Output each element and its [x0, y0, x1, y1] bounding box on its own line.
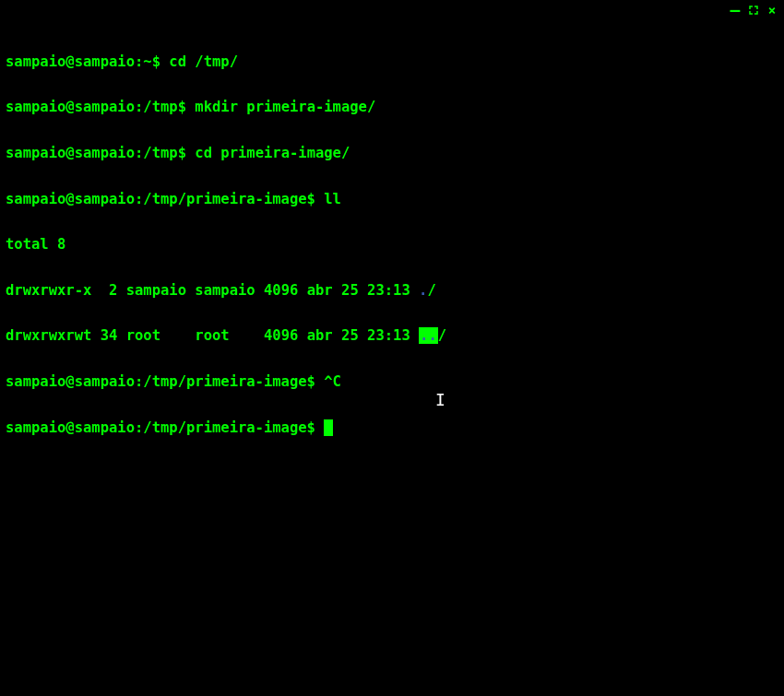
owner: sampaio	[126, 282, 186, 299]
dir-suffix: /	[427, 282, 435, 299]
prompt: sampaio@sampaio:/tmp$	[6, 145, 195, 161]
command: mkdir primeira-image/	[195, 99, 375, 115]
group: sampaio	[195, 282, 255, 299]
day: 25	[341, 327, 359, 344]
perms: drwxrwxrwt	[6, 327, 91, 344]
history-line-2: sampaio@sampaio:/tmp$ cd primeira-image/	[6, 142, 778, 165]
interrupt-line: sampaio@sampaio:/tmp/primeira-image$ ^C	[6, 371, 778, 394]
text-cursor-ibeam-icon: I	[435, 387, 445, 414]
group: root	[195, 327, 255, 344]
command: cd primeira-image/	[195, 145, 350, 161]
window-controls: — ×	[729, 4, 778, 17]
history-line-0: sampaio@sampaio:~$ cd /tmp/	[6, 51, 778, 74]
maximize-icon[interactable]	[747, 4, 760, 17]
dir-suffix: /	[438, 327, 446, 344]
perms: drwxrwxr-x	[6, 282, 91, 299]
prompt: sampaio@sampaio:/tmp/primeira-image$	[6, 373, 324, 390]
links: 34	[101, 327, 118, 344]
month: abr	[307, 327, 333, 344]
command: cd /tmp/	[169, 53, 238, 70]
ls-row-0: drwxrwxr-x 2 sampaio sampaio 4096 abr 25…	[6, 279, 778, 302]
size: 4096	[264, 327, 298, 344]
command: ll	[324, 191, 341, 207]
time: 23:13	[367, 327, 410, 344]
dir-name-highlight: ..	[419, 327, 438, 344]
prompt: sampaio@sampaio:/tmp$	[6, 99, 195, 115]
cursor-icon	[324, 419, 333, 436]
time: 23:13	[367, 282, 410, 299]
day: 25	[341, 282, 359, 299]
close-icon[interactable]: ×	[766, 4, 778, 17]
ls-row-1: drwxrwxrwt 34 root root 4096 abr 25 23:1…	[6, 324, 778, 348]
prompt: sampaio@sampaio:/tmp/primeira-image$	[6, 419, 324, 436]
total-line: total 8	[6, 233, 778, 256]
terminal-area[interactable]: sampaio@sampaio:~$ cd /tmp/ sampaio@samp…	[0, 0, 784, 467]
month: abr	[307, 282, 333, 299]
size: 4096	[264, 282, 298, 299]
interrupt-text: ^C	[324, 373, 341, 390]
maximize-svg	[749, 6, 758, 15]
prompt: sampaio@sampaio:~$	[6, 53, 169, 70]
prompt: sampaio@sampaio:/tmp/primeira-image$	[6, 191, 324, 207]
minimize-icon[interactable]: —	[729, 4, 742, 17]
owner: root	[126, 327, 186, 344]
history-line-1: sampaio@sampaio:/tmp$ mkdir primeira-ima…	[6, 96, 778, 119]
links: 2	[101, 282, 118, 299]
current-prompt-line[interactable]: sampaio@sampaio:/tmp/primeira-image$	[6, 417, 778, 440]
history-line-3: sampaio@sampaio:/tmp/primeira-image$ ll	[6, 188, 778, 211]
